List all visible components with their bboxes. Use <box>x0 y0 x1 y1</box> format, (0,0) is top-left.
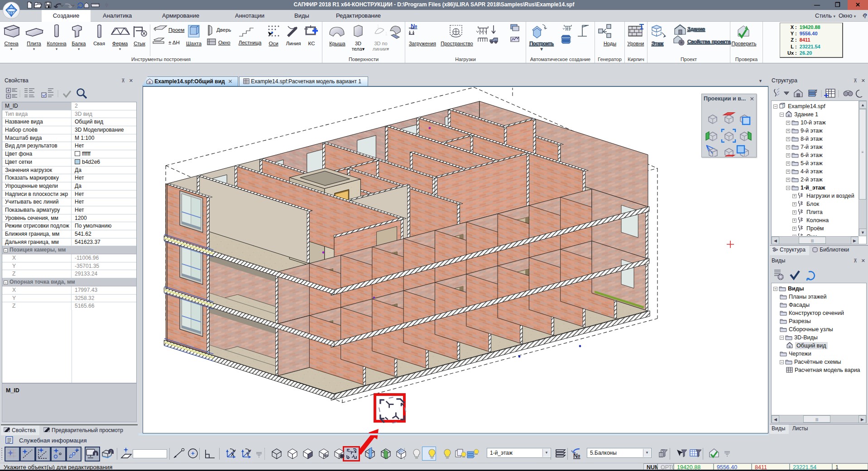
svg-text:Плита: Плита <box>27 41 41 46</box>
svg-text:Стык: Стык <box>134 41 145 46</box>
svg-text:Свойства проекта: Свойства проекта <box>687 39 731 44</box>
svg-text:Проверить: Проверить <box>731 41 756 46</box>
svg-text:▾: ▾ <box>33 47 35 51</box>
svg-text:Лестница: Лестница <box>239 40 262 45</box>
svg-text:▾: ▾ <box>78 47 80 51</box>
svg-text:X: X <box>231 452 235 457</box>
svg-text:Построить: Построить <box>529 41 554 46</box>
svg-text:Этаж: Этаж <box>652 41 664 46</box>
svg-text:Ноды: Ноды <box>604 41 616 46</box>
svg-text:Здание: Здание <box>687 26 705 32</box>
svg-text:КС: КС <box>308 41 315 46</box>
svg-text:тела▾: тела▾ <box>352 46 365 52</box>
svg-text:Загружения: Загружения <box>409 41 436 46</box>
svg-text:± ΔН: ± ΔН <box>168 40 180 45</box>
svg-text:Свая: Свая <box>93 41 105 46</box>
svg-text:линии▾: линии▾ <box>373 46 389 52</box>
svg-text:Проем: Проем <box>168 27 184 33</box>
svg-text:f: f <box>816 89 817 94</box>
svg-text:Шахта: Шахта <box>186 41 202 46</box>
svg-text:Пространство: Пространство <box>441 41 473 46</box>
svg-text:1: 1 <box>377 24 379 29</box>
svg-text:Уровни: Уровни <box>628 41 644 46</box>
svg-text:1: 1 <box>385 31 388 36</box>
svg-text:3D: 3D <box>355 41 361 46</box>
svg-text:Дверь: Дверь <box>216 27 231 33</box>
svg-text:3D по: 3D по <box>374 41 387 46</box>
svg-text:№: № <box>411 23 417 29</box>
svg-text:Ферма: Ферма <box>112 41 128 46</box>
svg-text:Оси: Оси <box>269 41 278 46</box>
svg-text:▾: ▾ <box>10 47 12 51</box>
svg-text:Крыша: Крыша <box>329 41 345 46</box>
svg-text:Колонна: Колонна <box>47 41 67 46</box>
svg-text:Стена: Стена <box>4 41 19 46</box>
svg-text:▾: ▾ <box>541 47 542 51</box>
svg-text:▾: ▾ <box>119 47 121 51</box>
svg-text:Окно: Окно <box>218 40 230 45</box>
svg-text:▾: ▾ <box>56 47 58 51</box>
svg-text:Балка: Балка <box>72 41 86 46</box>
svg-text:Y: Y <box>246 452 250 457</box>
svg-text:Линия: Линия <box>286 41 301 46</box>
